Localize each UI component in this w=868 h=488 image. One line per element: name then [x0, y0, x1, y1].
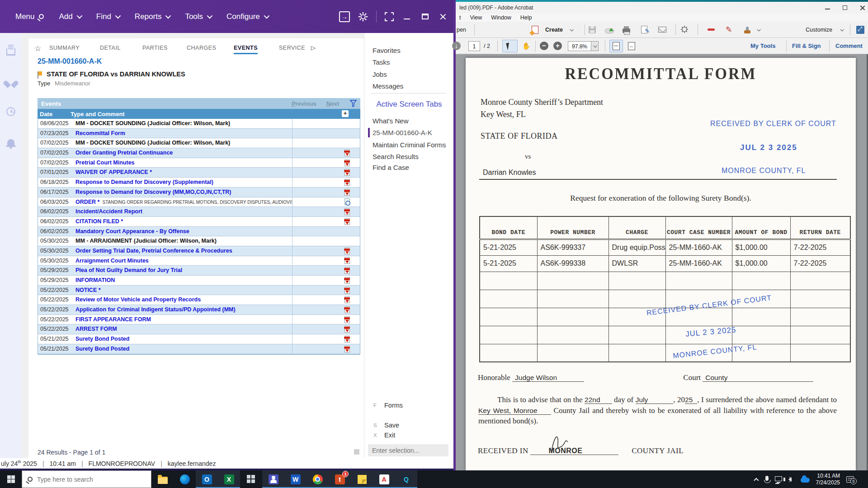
- taskbar-edge-icon[interactable]: [174, 470, 196, 488]
- event-title[interactable]: MM - DOCKET SOUNDING (Judicial Officer: …: [75, 140, 230, 146]
- event-row[interactable]: 07/01/2025 WAIVER OF APPEARANCE *: [38, 168, 360, 178]
- save-icon[interactable]: [589, 22, 596, 38]
- next-link[interactable]: Next: [326, 100, 339, 107]
- expand-panel-icon[interactable]: [856, 22, 864, 38]
- event-row[interactable]: 05/22/2025 NOTICE *: [38, 286, 360, 296]
- sidebar-item-jobs[interactable]: Jobs: [373, 70, 387, 78]
- event-title[interactable]: MM - ARRAIGNMENT (Judicial Officer: Wils…: [75, 238, 217, 244]
- acrobat-menu-item[interactable]: Window: [491, 14, 511, 21]
- cloud-upload-icon[interactable]: [605, 22, 614, 38]
- taskbar-file-explorer-icon[interactable]: [151, 470, 174, 488]
- event-title[interactable]: Order Granting Pretrial Continuance: [75, 150, 173, 156]
- tabs-overflow-icon[interactable]: ▷: [311, 44, 316, 51]
- event-row[interactable]: 05/22/2025 Review of Motor Vehicle and P…: [38, 295, 360, 305]
- screen-tab-find-a-case[interactable]: Find a Case: [373, 164, 409, 171]
- menu-item[interactable]: Configure: [226, 12, 268, 21]
- selection-input[interactable]: [368, 444, 448, 456]
- event-title[interactable]: Recommittal Form: [75, 130, 125, 136]
- document-pdf-icon[interactable]: [344, 208, 350, 215]
- document-pdf-icon[interactable]: [344, 179, 350, 186]
- settings-gear-icon[interactable]: [680, 22, 689, 38]
- document-pdf-icon[interactable]: [344, 169, 350, 176]
- fill-and-sign-button[interactable]: Fill & Sign: [792, 38, 821, 54]
- tab-detail[interactable]: DETAIL: [100, 45, 121, 51]
- document-pdf-icon[interactable]: [344, 160, 350, 166]
- taskbar-excel-icon[interactable]: X: [218, 470, 240, 488]
- page-number-input[interactable]: 1: [468, 38, 480, 54]
- onedrive-icon[interactable]: [801, 478, 810, 483]
- acrobat-maximize-button[interactable]: [843, 5, 847, 10]
- previous-link[interactable]: Previous: [292, 100, 316, 107]
- gear-icon[interactable]: [358, 12, 368, 22]
- action-center-icon[interactable]: 5: [846, 476, 854, 483]
- filter-funnel-icon[interactable]: [350, 100, 357, 107]
- event-title[interactable]: Review of Motor Vehicle and Property Rec…: [75, 296, 201, 303]
- event-row[interactable]: 05/21/2025 Surety Bond Posted: [38, 344, 360, 354]
- taskbar-q-app-icon[interactable]: Q: [395, 470, 417, 488]
- tab-events[interactable]: EVENTS: [234, 45, 258, 54]
- tab-service[interactable]: SERVICE: [279, 45, 305, 51]
- event-row[interactable]: 05/22/2025 FIRST APPEARANCE FORM: [38, 315, 360, 325]
- start-button[interactable]: [0, 470, 22, 488]
- comment-button[interactable]: Comment: [835, 38, 863, 54]
- microphone-icon[interactable]: [765, 476, 769, 481]
- document-pdf-icon[interactable]: [344, 189, 350, 196]
- acrobat-minimize-button[interactable]: [825, 9, 830, 9]
- event-title[interactable]: NOTICE *: [75, 287, 101, 293]
- event-title[interactable]: Application for Criminal Indigent Status…: [75, 306, 236, 313]
- tray-icon[interactable]: [5, 47, 16, 57]
- search-input[interactable]: [37, 476, 137, 483]
- event-row[interactable]: 06/02/2025 CITATION FILED *: [38, 217, 360, 227]
- event-title[interactable]: ARREST FORM: [75, 326, 117, 332]
- event-title[interactable]: Surety Bond Posted: [75, 346, 129, 352]
- event-row[interactable]: 07/23/2025 Recommittal Form: [38, 129, 360, 139]
- event-row[interactable]: 05/29/2025 Plea of Not Guilty Demand for…: [38, 266, 360, 276]
- screen-tab-search-results[interactable]: Search Results: [373, 153, 419, 160]
- acrobat-close-button[interactable]: [860, 5, 865, 10]
- sidebar-item-tasks[interactable]: Tasks: [373, 58, 390, 66]
- create-dropdown-caret[interactable]: [568, 22, 573, 38]
- document-pdf-icon[interactable]: [344, 336, 350, 343]
- document-pdf-icon[interactable]: [344, 267, 350, 274]
- favorite-star-icon[interactable]: ☆: [34, 44, 42, 53]
- screen-tab-case[interactable]: 25-MM-001660-A-K: [373, 129, 432, 136]
- screen-tab-whats-new[interactable]: What's New: [373, 117, 409, 125]
- event-title[interactable]: Arraignment Court Minutes: [75, 258, 149, 264]
- next-page-icon[interactable]: ↓: [452, 38, 461, 54]
- taskbar-acrobat-icon[interactable]: A: [373, 470, 395, 488]
- fit-width-icon[interactable]: [625, 38, 638, 54]
- highlight-line-icon[interactable]: [708, 22, 715, 38]
- acrobat-menu-item[interactable]: t: [459, 14, 461, 21]
- document-pdf-icon[interactable]: [344, 277, 350, 284]
- menu-item[interactable]: Reports: [135, 12, 170, 21]
- customize-dropdown-caret[interactable]: [838, 22, 843, 38]
- stamp-icon[interactable]: [744, 22, 750, 38]
- event-title[interactable]: Pretrial Court Minutes: [75, 160, 135, 166]
- close-button[interactable]: [438, 12, 448, 22]
- document-pdf-icon[interactable]: [344, 316, 350, 323]
- event-row[interactable]: 05/30/2025 Arraignment Court Minutes: [38, 256, 360, 266]
- zoom-out-icon[interactable]: −: [540, 38, 548, 54]
- menu-item[interactable]: Menu: [15, 12, 44, 21]
- taskbar-sticky-notes-icon[interactable]: [351, 470, 373, 488]
- acrobat-menu-item[interactable]: Help: [520, 14, 532, 21]
- create-button[interactable]: Create: [545, 22, 563, 38]
- my-tools-button[interactable]: My Tools: [750, 38, 775, 54]
- open-external-icon[interactable]: →: [339, 11, 350, 22]
- history-icon[interactable]: [5, 106, 16, 117]
- menu-item[interactable]: Tools: [185, 12, 211, 21]
- tab-summary[interactable]: SUMMARY: [49, 45, 80, 51]
- event-title[interactable]: Response to Demand for Discovery (Supple…: [75, 179, 213, 185]
- pencil-annotate-icon[interactable]: ✎: [726, 22, 732, 38]
- email-envelope-icon[interactable]: [658, 22, 666, 38]
- event-title[interactable]: ORDER *: [75, 199, 99, 205]
- taskbar-apps-grid-icon[interactable]: [240, 470, 262, 488]
- select-tool-icon[interactable]: [502, 38, 518, 54]
- menu-item[interactable]: Find: [96, 12, 119, 21]
- event-row[interactable]: 05/30/2025 Order Setting Trial Date, Pre…: [38, 246, 360, 256]
- shortcut-save[interactable]: Save: [384, 422, 399, 429]
- document-area[interactable]: RECOMMITTAL FORM Monroe County Sheriff’s…: [456, 54, 868, 470]
- event-title[interactable]: WAIVER OF APPEARANCE *: [75, 169, 152, 175]
- scrolling-mode-icon[interactable]: [609, 38, 623, 54]
- event-row[interactable]: 05/22/2025 Application for Criminal Indi…: [38, 305, 360, 315]
